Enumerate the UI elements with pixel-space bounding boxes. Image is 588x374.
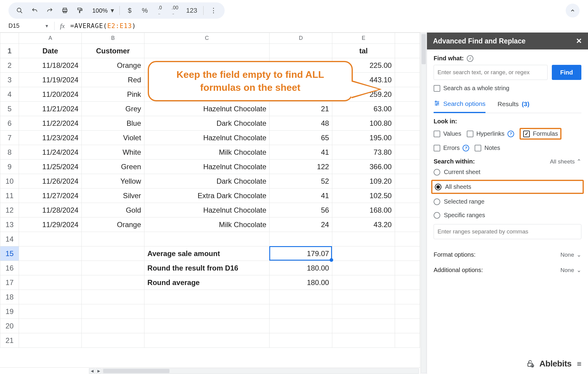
name-box[interactable]: D15 ▼	[6, 21, 51, 30]
cell[interactable]: Hazelnut Chocolate	[144, 102, 270, 116]
row-header[interactable]: 11	[0, 189, 19, 203]
radio-selected-range[interactable]: Selected range	[434, 198, 581, 205]
cell[interactable]	[395, 203, 420, 217]
cell[interactable]: 11/26/2024	[19, 174, 82, 189]
cell[interactable]: Orange	[82, 217, 144, 232]
col-header[interactable]: E	[332, 33, 395, 44]
cell[interactable]	[270, 44, 332, 58]
hamburger-icon[interactable]: ≡	[577, 359, 581, 369]
cell[interactable]: Pink	[82, 87, 144, 102]
cell[interactable]: 73.80	[332, 145, 395, 160]
cell[interactable]	[19, 319, 82, 333]
cell[interactable]: Customer	[82, 44, 144, 58]
row-header[interactable]: 14	[0, 232, 19, 246]
row-header[interactable]: 8	[0, 145, 19, 160]
cell[interactable]: 195.00	[332, 131, 395, 145]
radio-specific-ranges[interactable]: Specific ranges	[434, 212, 581, 219]
cell[interactable]: 11/18/2024	[19, 58, 82, 73]
cell[interactable]	[332, 246, 395, 261]
vscroll-track[interactable]	[421, 33, 426, 373]
cell[interactable]: Silver	[82, 189, 144, 203]
cell[interactable]: 366.00	[332, 160, 395, 174]
cell[interactable]: Hazelnut Chocolate	[144, 131, 270, 145]
cell[interactable]	[395, 189, 420, 203]
undo-icon[interactable]	[28, 4, 42, 17]
cell[interactable]: Date	[19, 44, 82, 58]
cell[interactable]: Blue	[82, 116, 144, 131]
cell[interactable]	[332, 290, 395, 304]
cell[interactable]	[332, 261, 395, 275]
tab-search-options[interactable]: Search options	[434, 97, 485, 113]
cell[interactable]	[19, 333, 82, 348]
cell[interactable]: Milk Chocolate	[144, 217, 270, 232]
decrease-decimal-icon[interactable]: .0←	[153, 4, 167, 17]
row-header[interactable]: 15	[0, 246, 19, 261]
cell[interactable]: Hazelnut Chocolate	[144, 203, 270, 217]
cell[interactable]	[270, 304, 332, 319]
cell[interactable]: 11/19/2024	[19, 73, 82, 87]
cell[interactable]: 11/24/2024	[19, 145, 82, 160]
additional-options-row[interactable]: Additional options: None ⌄	[434, 262, 581, 278]
cell[interactable]: 56	[270, 203, 332, 217]
cell[interactable]	[270, 319, 332, 333]
scroll-right-icon[interactable]: ▶	[96, 368, 102, 374]
row-header[interactable]: 5	[0, 102, 19, 116]
lock-icon[interactable]: i	[526, 360, 534, 369]
errors-checkbox[interactable]: Errors ?	[434, 144, 469, 151]
tab-results[interactable]: Results (3)	[498, 97, 530, 113]
cell[interactable]	[270, 232, 332, 246]
cell[interactable]	[395, 261, 420, 275]
cell[interactable]: Gold	[82, 203, 144, 217]
cell[interactable]: 109.20	[332, 174, 395, 189]
row-header[interactable]: 18	[0, 290, 19, 304]
cell[interactable]: 11/25/2024	[19, 160, 82, 174]
cell[interactable]: 43.20	[332, 217, 395, 232]
vertical-scrollbar[interactable]	[420, 33, 427, 374]
cell[interactable]	[19, 290, 82, 304]
zoom-select[interactable]: 100% ▾	[88, 4, 116, 17]
cell[interactable]: Extra Dark Chocolate	[144, 189, 270, 203]
row-header[interactable]: 19	[0, 304, 19, 319]
percent-icon[interactable]: %	[138, 4, 152, 17]
cell[interactable]: Average sale amount	[144, 246, 270, 261]
cell[interactable]	[332, 304, 395, 319]
cell[interactable]: 65	[270, 131, 332, 145]
help-icon[interactable]: ?	[507, 131, 514, 137]
cell[interactable]	[395, 44, 420, 58]
cell[interactable]: 122	[270, 160, 332, 174]
cell[interactable]: 102.50	[332, 189, 395, 203]
row-header[interactable]: 10	[0, 174, 19, 189]
select-all-corner[interactable]	[0, 33, 19, 44]
cell[interactable]: 41	[270, 145, 332, 160]
cell[interactable]: Orange	[82, 58, 144, 73]
row-header[interactable]: 3	[0, 73, 19, 87]
search-within-value[interactable]: All sheets ⌃	[550, 158, 581, 165]
hyperlinks-checkbox[interactable]: Hyperlinks ?	[467, 130, 514, 137]
cell[interactable]	[19, 304, 82, 319]
more-icon[interactable]: ⋮	[207, 4, 220, 17]
fx-icon[interactable]: fx	[58, 22, 67, 30]
currency-icon[interactable]: $	[123, 4, 137, 17]
cell[interactable]: 11/28/2024	[19, 203, 82, 217]
cell[interactable]: 168.00	[332, 203, 395, 217]
row-header[interactable]: 16	[0, 261, 19, 275]
cell[interactable]: 63.00	[332, 102, 395, 116]
cell[interactable]	[395, 116, 420, 131]
row-header[interactable]: 13	[0, 217, 19, 232]
cell[interactable]	[395, 275, 420, 290]
cell[interactable]: Green	[82, 160, 144, 174]
cell[interactable]	[395, 160, 420, 174]
find-button[interactable]: Find	[552, 65, 581, 80]
hscroll-track[interactable]	[102, 368, 419, 374]
paint-format-icon[interactable]	[73, 4, 87, 17]
col-header[interactable]: A	[19, 33, 82, 44]
row-header[interactable]: 20	[0, 319, 19, 333]
cell[interactable]: 52	[270, 174, 332, 189]
radio-current-sheet[interactable]: Current sheet	[434, 169, 581, 176]
cell[interactable]: White	[82, 145, 144, 160]
ranges-input[interactable]	[434, 224, 581, 239]
cell[interactable]	[82, 246, 144, 261]
number-format-icon[interactable]: 123	[183, 4, 200, 17]
cell[interactable]: 11/20/2024	[19, 87, 82, 102]
info-icon[interactable]: i	[467, 55, 473, 62]
